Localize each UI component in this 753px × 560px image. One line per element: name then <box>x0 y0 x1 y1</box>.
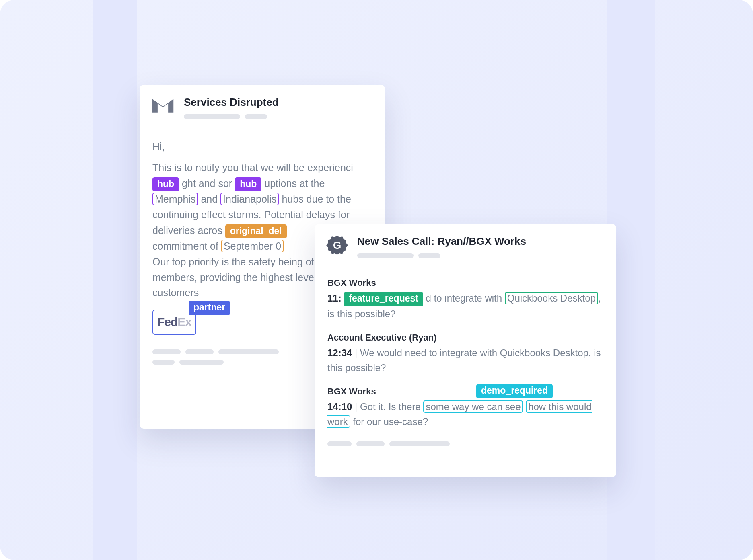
svg-text:G: G <box>333 239 341 251</box>
message-from: BGX Works <box>327 278 603 288</box>
skeleton-row <box>357 253 605 258</box>
email-greeting: Hi, <box>152 139 372 154</box>
message-time: 11: <box>327 293 342 304</box>
message-time: 12:34 <box>327 347 352 358</box>
entity-demo-phrase[interactable]: some way we can see <box>423 400 523 413</box>
email-title: Services Disrupted <box>184 96 374 109</box>
tag-hub[interactable]: hub <box>235 177 261 192</box>
call-card: G New Sales Call: Ryan//BGX Works BGX Wo… <box>315 224 616 477</box>
message-line: 12:34 | We would need to integrate with … <box>327 345 603 375</box>
tag-demo-required[interactable]: demo_required <box>476 384 553 398</box>
message-time: 14:10 <box>327 401 352 412</box>
entity-indianapolis[interactable]: Indianapolis <box>220 193 279 205</box>
entity-quickbooks[interactable]: Quickbooks Desktop <box>505 292 598 304</box>
call-title: New Sales Call: Ryan//BGX Works <box>357 235 605 248</box>
gear-badge-icon: G <box>326 234 348 257</box>
call-body: BGX Works 11: feature_request d to integ… <box>315 267 616 454</box>
message-from: Account Executive (Ryan) <box>327 332 603 343</box>
tag-original-del[interactable]: original_del <box>225 224 287 239</box>
tag-feature-request[interactable]: feature_request <box>344 292 423 306</box>
skeleton-row <box>184 114 374 119</box>
message-block: Account Executive (Ryan) 12:34 | We woul… <box>327 332 603 375</box>
tag-partner[interactable]: partner <box>189 301 230 315</box>
tag-hub[interactable]: hub <box>152 177 179 192</box>
message-line: 11: feature_request d to integrate with … <box>327 291 603 321</box>
message-block: BGX Works 11: feature_request d to integ… <box>327 278 603 321</box>
entity-september[interactable]: September 0 <box>221 240 284 252</box>
stage: Services Disrupted Hi, This is to notify… <box>0 0 753 560</box>
message-block: BGX Works demo_required 14:10 | Got it. … <box>327 386 603 429</box>
email-header: Services Disrupted <box>140 85 385 128</box>
call-header: G New Sales Call: Ryan//BGX Works <box>315 224 616 267</box>
entity-memphis[interactable]: Memphis <box>152 193 198 205</box>
skeleton-row <box>327 441 603 446</box>
message-line: 14:10 | Got it. Is there some way we can… <box>327 399 603 429</box>
bg-stripe <box>93 0 137 560</box>
message-from: BGX Works <box>327 386 603 397</box>
mail-icon <box>151 95 175 116</box>
